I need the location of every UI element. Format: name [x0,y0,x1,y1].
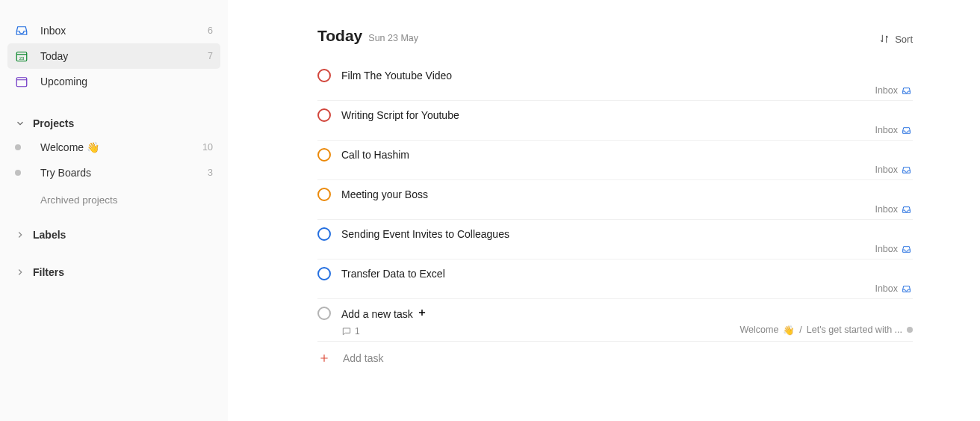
project-name: Welcome [40,141,84,153]
task-project-link[interactable]: Inbox [875,204,898,215]
nav-label: Upcoming [40,76,213,87]
projects-section: Projects Welcome 👋 10 Try Boards 3 Archi… [7,112,220,206]
task-title: Call to Hashim [341,149,409,161]
chevron-right-icon [15,230,33,240]
task-checkbox[interactable] [317,188,331,201]
inbox-icon [902,126,911,135]
upcoming-icon [15,75,33,88]
nav-item-inbox[interactable]: Inbox 6 [7,18,220,43]
section-title: Projects [33,117,74,129]
inbox-icon [15,24,33,37]
sort-button[interactable]: Sort [878,33,913,45]
project-path-label: Welcome [739,325,778,335]
labels-section: Labels [7,224,220,246]
task-title: Meeting your Boss [341,188,428,200]
labels-header[interactable]: Labels [7,224,220,246]
svg-text:23: 23 [19,56,25,61]
task-checkbox[interactable] [317,267,331,280]
sidebar: Inbox 6 23 Today 7 Upcoming [0,0,228,421]
task-checkbox[interactable] [317,307,331,320]
task-meta: Inbox [317,283,913,294]
task-checkbox[interactable] [317,227,331,241]
add-task-label: Add task [343,352,383,364]
project-count: 3 [208,168,213,178]
task-title-text: Add a new task [341,308,413,320]
plus-icon [317,352,331,364]
task-checkbox[interactable] [317,108,331,122]
task-meta: Inbox [317,165,913,175]
task-item[interactable]: Film The Youtube VideoInbox [317,61,913,101]
inbox-icon [902,245,911,254]
nav-item-today[interactable]: 23 Today 7 [7,43,220,69]
filters-section: Filters [7,261,220,283]
task-meta: Inbox [317,125,913,135]
task-item[interactable]: Transfer Data to ExcelInbox [317,259,913,299]
sidebar-project-welcome[interactable]: Welcome 👋 10 [7,135,220,160]
task-item[interactable]: Meeting your BossInbox [317,180,913,220]
comment-indicator[interactable]: 1 [341,326,360,337]
section-title: Filters [33,266,64,278]
task-meta: Inbox [317,204,913,215]
inbox-icon [902,86,911,96]
task-title: Add a new task [341,307,428,320]
chevron-right-icon [15,267,33,277]
task-title: Sending Event Invites to Colleagues [341,228,509,240]
sort-label: Sort [895,34,913,45]
add-task-button[interactable]: Add task [317,342,913,364]
task-meta: Inbox [317,85,913,96]
nav-label: Today [40,50,208,62]
task-project-link[interactable]: Inbox [875,244,898,254]
archived-projects-link[interactable]: Archived projects [7,185,220,206]
project-count: 10 [202,142,213,153]
task-item-special[interactable]: Add a new task 1 Welcome 👋 / Let's get s… [317,299,913,342]
nav-label: Inbox [40,25,208,37]
task-checkbox[interactable] [317,69,331,82]
project-label: Try Boards [40,167,208,179]
project-path-rest: Let's get started with ... [807,325,902,335]
title-block: Today Sun 23 May [317,27,418,45]
task-checkbox[interactable] [317,148,331,162]
inbox-icon [902,205,911,215]
sidebar-project-try-boards[interactable]: Try Boards 3 [7,160,220,185]
project-bullet-icon [907,327,913,333]
task-meta: Inbox [317,244,913,254]
page-title: Today [317,27,362,45]
main-content: Today Sun 23 May Sort Film The Youtube V… [228,0,980,421]
inbox-icon [902,284,911,294]
task-item[interactable]: Writing Script for YoutubeInbox [317,101,913,141]
task-list: Film The Youtube VideoInboxWriting Scrip… [317,61,913,299]
task-project-link[interactable]: Inbox [875,125,898,135]
chevron-down-icon [15,118,33,129]
project-bullet-icon [15,170,33,176]
project-emoji: 👋 [87,141,99,153]
header-row: Today Sun 23 May Sort [317,27,913,45]
project-label: Welcome 👋 [40,141,202,153]
comment-icon [341,326,352,337]
nav-count: 6 [208,25,213,36]
project-path-emoji: 👋 [783,325,795,336]
task-title: Film The Youtube Video [341,70,452,82]
project-bullet-icon [15,144,33,150]
nav-item-upcoming[interactable]: Upcoming [7,69,220,94]
task-item[interactable]: Call to HashimInbox [317,141,913,180]
task-title: Writing Script for Youtube [341,109,459,121]
task-project-link[interactable]: Inbox [875,283,898,294]
inbox-icon [902,165,911,175]
task-item[interactable]: Sending Event Invites to ColleaguesInbox [317,220,913,259]
task-project-link[interactable]: Inbox [875,85,898,96]
task-project-path[interactable]: Welcome 👋 / Let's get started with ... [739,325,913,336]
nav-count: 7 [208,51,213,61]
comment-count: 1 [355,326,360,337]
app-root: Inbox 6 23 Today 7 Upcoming [0,0,980,421]
page-subtitle: Sun 23 May [368,33,418,43]
projects-header[interactable]: Projects [7,112,220,135]
task-title: Transfer Data to Excel [341,268,445,280]
today-icon: 23 [15,49,33,63]
plus-icon [416,307,428,319]
task-project-link[interactable]: Inbox [875,165,898,175]
project-path-sep: / [799,325,801,335]
section-title: Labels [33,229,66,241]
sort-icon [878,33,890,45]
filters-header[interactable]: Filters [7,261,220,283]
